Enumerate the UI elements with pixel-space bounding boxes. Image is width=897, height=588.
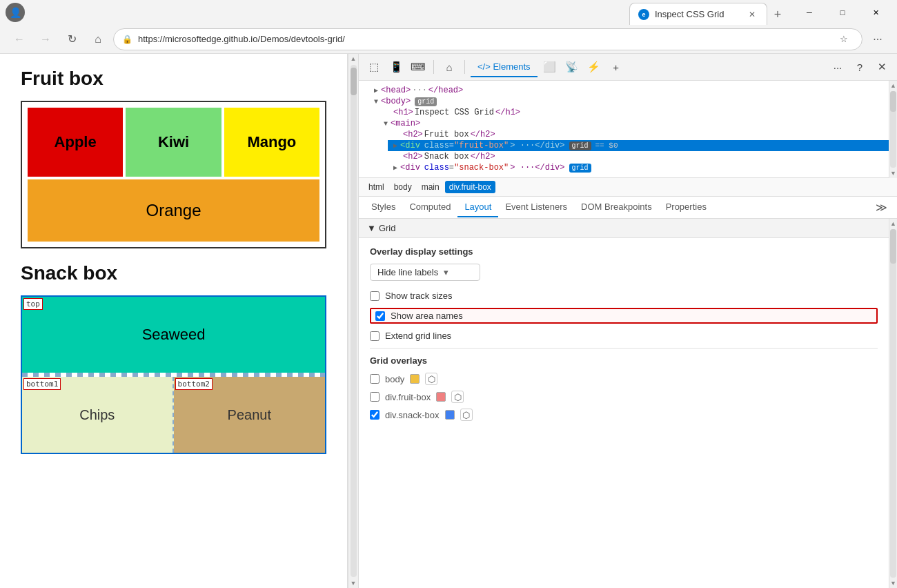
toolbar-separator-1 (433, 60, 434, 74)
grid-section-header[interactable]: ▼ Grid (359, 219, 889, 238)
tree-h1[interactable]: <h1> Inspect CSS Grid </h1> (378, 107, 889, 118)
tab-computed[interactable]: Computed (402, 197, 457, 217)
more-button[interactable]: ··· (867, 28, 889, 50)
minimize-button[interactable]: ─ (793, 1, 825, 23)
snack-box-color-swatch[interactable] (445, 410, 455, 420)
layout-scroll-track[interactable] (890, 229, 896, 578)
tree-scroll-track[interactable] (890, 91, 896, 168)
body-color-swatch[interactable] (410, 374, 420, 384)
page-content: Fruit box Apple Kiwi Mango Orange Snack … (0, 54, 348, 588)
body-inspect-button[interactable]: ⬡ (425, 373, 437, 385)
tree-snack-box[interactable]: ▶ <div class="snack-box" > ···</div> gri… (388, 162, 889, 173)
breadcrumb: html body main div.fruit-box (359, 178, 897, 197)
network-tab-button[interactable]: 📡 (562, 57, 582, 77)
tab-styles[interactable]: Styles (364, 197, 402, 217)
scroll-track[interactable] (351, 65, 357, 577)
snack-box-overlay-checkbox[interactable] (370, 410, 379, 420)
tree-body[interactable]: ▼ <body> grid (368, 96, 889, 107)
nav-bar: ← → ↻ ⌂ 🔒 https://microsoftedge.github.i… (0, 25, 897, 54)
tab-close-button[interactable]: ✕ (746, 8, 758, 21)
breadcrumb-main[interactable]: main (417, 181, 444, 193)
tree-fruit-box[interactable]: ▶ <div class="fruit-box" > ···</div> gri… (388, 140, 889, 151)
home-button[interactable]: ⌂ (87, 28, 109, 50)
panel-content-area: ▼ Grid Overlay display settings Hide lin… (359, 219, 897, 588)
tab-event-listeners[interactable]: Event Listeners (498, 197, 574, 217)
active-tab[interactable]: e Inspect CSS Grid ✕ (629, 3, 767, 25)
back-button[interactable]: ← (8, 28, 30, 50)
devtools-more-button[interactable]: ··· (828, 57, 847, 77)
performance-tab-button[interactable]: ⚡ (584, 57, 604, 77)
tree-scrollbar[interactable]: ▲ ▼ (889, 81, 897, 178)
maximize-button[interactable]: □ (827, 1, 858, 23)
layout-scroll-up[interactable]: ▲ (890, 220, 896, 227)
elements-tab[interactable]: </> Elements (471, 57, 538, 77)
breadcrumb-body[interactable]: body (390, 181, 416, 193)
body-grid-badge: grid (415, 97, 437, 106)
show-track-sizes-checkbox[interactable] (370, 291, 379, 301)
console-tab-button[interactable]: ⬜ (540, 57, 560, 77)
new-tab-button[interactable]: + (767, 4, 788, 25)
close-button[interactable]: ✕ (860, 1, 891, 23)
show-track-sizes-label[interactable]: Show track sizes (385, 291, 453, 301)
tree-head[interactable]: ▶ <head> ··· </head> (368, 85, 889, 96)
nav-extra-buttons: ··· (867, 28, 889, 50)
fruit-box-color-swatch[interactable] (436, 392, 446, 402)
hide-line-labels-dropdown[interactable]: Hide line labels ▾ (370, 264, 480, 281)
favorite-icon[interactable]: ☆ (834, 30, 854, 49)
tree-scroll-up[interactable]: ▲ (890, 82, 896, 89)
show-area-names-checkbox[interactable] (375, 311, 385, 321)
console-drawer-button[interactable]: ⌨ (408, 57, 428, 77)
fruit-box-grid-badge: grid (569, 141, 591, 150)
show-track-sizes-row: Show track sizes (370, 291, 878, 301)
area-bottom2-label: bottom2 (175, 378, 213, 390)
tab-layout[interactable]: Layout (457, 197, 498, 217)
peanut-item: bottom2 Peanut (174, 377, 326, 453)
extend-grid-lines-label[interactable]: Extend grid lines (385, 331, 451, 341)
profile-icon[interactable]: 👤 (6, 3, 25, 22)
address-bar[interactable]: 🔒 https://microsoftedge.github.io/Demos/… (113, 28, 862, 50)
scroll-down-button[interactable]: ▼ (351, 580, 357, 587)
snack-box-overlay-label[interactable]: div.snack-box (385, 410, 440, 420)
device-emulation-button[interactable]: 📱 (386, 57, 406, 77)
fruit-box-overlay-checkbox[interactable] (370, 392, 379, 402)
breadcrumb-div-fruit-box[interactable]: div.fruit-box (445, 181, 495, 193)
inspect-element-button[interactable]: ⬚ (364, 57, 384, 77)
grid-section-toggle[interactable]: ▼ (367, 223, 376, 233)
fruit-box-overlay-row: div.fruit-box ⬡ (370, 391, 878, 403)
layout-scroll-down[interactable]: ▼ (890, 580, 896, 587)
home-devtools-button[interactable]: ⌂ (440, 57, 459, 77)
devtools-panel: ⬚ 📱 ⌨ ⌂ </> Elements ⬜ 📡 ⚡ + ··· ? ✕ (359, 54, 897, 588)
devtools-help-button[interactable]: ? (850, 57, 869, 77)
breadcrumb-html[interactable]: html (364, 181, 388, 193)
grid-section-title: Grid (379, 223, 396, 233)
scroll-up-button[interactable]: ▲ (351, 55, 357, 62)
grid-overlays-title: Grid overlays (370, 355, 878, 366)
fruit-box-overlay-label[interactable]: div.fruit-box (385, 392, 431, 402)
show-area-names-label[interactable]: Show area names (391, 311, 463, 321)
fruit-grid: Apple Kiwi Mango (28, 108, 319, 177)
page-scrollbar[interactable]: ▲ ▼ (348, 54, 358, 588)
tree-h2-fruit[interactable]: <h2> Fruit box </h2> (388, 129, 889, 140)
tab-title: Inspect CSS Grid (655, 9, 724, 19)
title-bar: 👤 e Inspect CSS Grid ✕ + ─ □ ✕ (0, 0, 897, 25)
tree-scroll-down[interactable]: ▼ (890, 170, 896, 177)
tab-dom-breakpoints[interactable]: DOM Breakpoints (574, 197, 659, 217)
tree-main[interactable]: ▼ <main> (378, 118, 889, 129)
body-overlay-label[interactable]: body (385, 374, 404, 384)
refresh-button[interactable]: ↻ (61, 28, 83, 50)
devtools-close-button[interactable]: ✕ (872, 57, 891, 77)
snack-box-heading: Snack box (21, 262, 326, 284)
apple-item: Apple (28, 108, 123, 177)
body-overlay-checkbox[interactable] (370, 374, 379, 384)
snack-box-inspect-button[interactable]: ⬡ (460, 409, 473, 421)
more-tools-button[interactable]: + (607, 57, 626, 77)
forward-button[interactable]: → (34, 28, 57, 50)
extend-grid-lines-checkbox[interactable] (370, 331, 379, 341)
fruit-box-inspect-button[interactable]: ⬡ (451, 391, 464, 403)
overlay-settings-title: Overlay display settings (370, 246, 878, 257)
tab-properties[interactable]: Properties (659, 197, 713, 217)
layout-panel-scrollbar[interactable]: ▲ ▼ (889, 219, 897, 588)
tree-h2-snack[interactable]: <h2> Snack box </h2> (388, 151, 889, 162)
panel-tabs-more[interactable]: ≫ (871, 197, 891, 218)
dropdown-label: Hide line labels (377, 267, 438, 277)
